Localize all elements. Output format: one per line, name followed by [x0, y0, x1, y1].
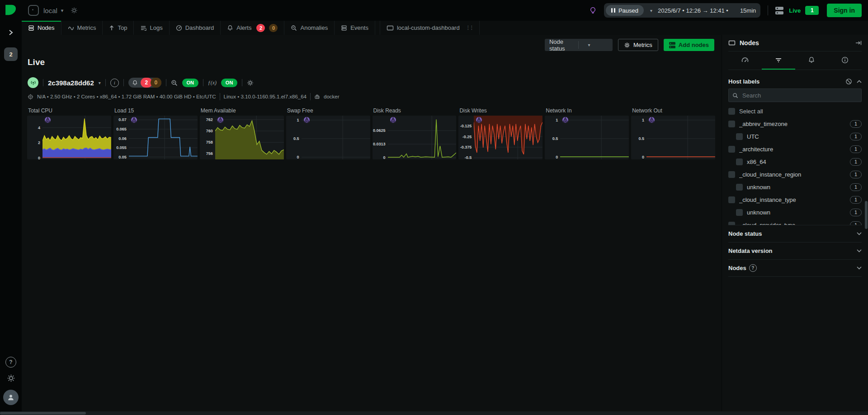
anomaly-rate-icon[interactable]	[649, 117, 655, 123]
anomaly-rate-icon[interactable]	[304, 117, 310, 123]
filter-row[interactable]: _cloud_instance_region1	[728, 168, 862, 181]
panel-tab-alerts[interactable]	[795, 51, 829, 70]
space-name[interactable]: local	[43, 7, 57, 14]
checkbox[interactable]	[728, 146, 735, 153]
checkbox[interactable]	[736, 184, 743, 191]
node-status-select[interactable]: Node status ▾	[545, 39, 613, 51]
tab-dashboard[interactable]: Dashboard	[170, 21, 221, 35]
checkbox[interactable]	[728, 108, 735, 115]
user-avatar[interactable]	[3, 390, 19, 405]
chart-plot[interactable]	[474, 116, 542, 159]
chart-plot[interactable]	[560, 116, 629, 159]
tab-metrics[interactable]: Metrics	[61, 21, 103, 35]
checkbox[interactable]	[728, 196, 735, 203]
select-all-row[interactable]: Select all	[728, 105, 862, 117]
chart-plot[interactable]	[388, 116, 457, 159]
anomaly-rate-icon[interactable]	[45, 117, 51, 123]
chart-swap-free[interactable]: 00.51	[286, 116, 370, 159]
horizontal-scrollbar-thumb[interactable]	[0, 412, 86, 415]
panel-scrollbar[interactable]	[865, 201, 868, 229]
panel-tab-filters[interactable]	[762, 51, 795, 70]
checkbox[interactable]	[736, 209, 743, 216]
time-picker[interactable]: Paused ▾ 2025/6/7 • 12:26 → 12:41 • 15mi…	[604, 3, 760, 18]
divider	[203, 79, 203, 86]
expand-sidebar-button[interactable]	[8, 29, 14, 36]
anomaly-rate-icon[interactable]	[476, 117, 482, 123]
chevron-down-icon[interactable]: ▾	[650, 8, 652, 13]
panel-tab-info[interactable]	[828, 51, 862, 70]
section-netdata-version[interactable]: Netdata version	[728, 242, 862, 260]
tab-events[interactable]: Events	[335, 21, 375, 35]
grip-icon[interactable]: ⋮⋮	[466, 25, 473, 31]
pause-button[interactable]: Paused	[606, 5, 644, 16]
insights-lightbulb-icon[interactable]	[589, 7, 597, 14]
filter-row[interactable]: UTC1	[728, 130, 862, 143]
node-info-icon[interactable]: i	[110, 79, 119, 87]
checkbox[interactable]	[728, 171, 735, 178]
filter-row[interactable]: x86_641	[728, 155, 862, 168]
anomaly-rate-icon[interactable]	[217, 117, 223, 123]
chart-network-out[interactable]: 00.51	[631, 116, 715, 159]
sign-in-button[interactable]: Sign in	[827, 4, 862, 17]
chart-plot[interactable]	[215, 116, 284, 159]
chart-total-cpu[interactable]: 024	[27, 116, 111, 159]
chart-load-15[interactable]: 0.050.0550.060.0650.07	[113, 116, 198, 159]
chart-disk-writes[interactable]: -0.125-0.25-0.375-0.5	[458, 116, 542, 159]
live-count-badge[interactable]: 1	[805, 6, 819, 15]
tab-alerts[interactable]: Alerts 2 0	[221, 21, 284, 35]
functions-toggle[interactable]: ON	[221, 79, 237, 87]
checkbox[interactable]	[736, 159, 743, 165]
dashboard-icon	[176, 25, 182, 31]
chart-disk-reads[interactable]: 00.03130.0625	[373, 116, 457, 159]
section-nodes[interactable]: Nodes?	[728, 260, 862, 277]
anomaly-rate-icon[interactable]	[562, 117, 568, 123]
tab-top[interactable]: Top	[103, 21, 134, 35]
anomaly-rate-icon[interactable]	[390, 117, 396, 123]
host-labels-header[interactable]: Host labels	[728, 76, 862, 87]
node-alerts-chip[interactable]: 2 0	[128, 78, 161, 88]
space-settings-button[interactable]	[71, 7, 78, 14]
filter-row[interactable]: _cloud_provider_type1	[728, 219, 862, 225]
duration-label[interactable]: 15min	[740, 7, 756, 14]
collapse-panel-icon[interactable]	[855, 40, 862, 46]
chevron-down-icon[interactable]: ▾	[99, 80, 101, 85]
node-name[interactable]: 2c398a28dd62	[48, 79, 94, 87]
tab-custom-dashboard[interactable]: local-custom-dashboard ⋮⋮	[380, 21, 480, 35]
chart-plot[interactable]	[646, 116, 715, 159]
settings-button[interactable]	[7, 374, 15, 382]
filter-row[interactable]: _abbrev_timezone1	[728, 117, 862, 130]
space-badge[interactable]: 2	[4, 47, 18, 61]
filter-row[interactable]: _architecture1	[728, 143, 862, 155]
chevron-up-icon[interactable]	[857, 80, 862, 83]
chart-plot[interactable]	[302, 116, 370, 159]
chart-title: Total CPU	[28, 107, 111, 114]
metrics-button[interactable]: Metrics	[618, 39, 658, 51]
help-button[interactable]: ?	[5, 357, 16, 368]
chart-plot[interactable]	[42, 116, 111, 159]
ml-toggle[interactable]: ON	[182, 79, 198, 87]
tab-anomalies[interactable]: Anomalies	[284, 21, 335, 35]
filter-row[interactable]: unknown1	[728, 181, 862, 193]
tab-nodes[interactable]: Nodes	[22, 21, 61, 35]
chevron-down-icon[interactable]: ▾	[61, 8, 64, 14]
question-icon[interactable]: ?	[749, 264, 757, 272]
panel-tab-nodes[interactable]	[728, 51, 762, 70]
checkbox[interactable]	[728, 222, 735, 226]
tab-logs[interactable]: Logs	[134, 21, 169, 35]
search-input[interactable]	[741, 92, 858, 99]
axis-tick-label: 0.065	[116, 127, 127, 131]
filter-row[interactable]: _cloud_instance_type1	[728, 193, 862, 206]
bell-icon	[132, 80, 138, 86]
node-settings-gear-icon[interactable]	[247, 79, 254, 86]
chart-plot[interactable]	[129, 116, 198, 159]
chart-network-in[interactable]: 00.51	[545, 116, 629, 159]
checkbox[interactable]	[728, 121, 735, 127]
checkbox[interactable]	[736, 133, 743, 140]
ban-icon[interactable]	[845, 78, 852, 85]
anomaly-rate-icon[interactable]	[131, 117, 137, 123]
filter-row[interactable]: unknown1	[728, 206, 862, 219]
chart-mem-available[interactable]: 756758760762	[200, 116, 284, 159]
date-range[interactable]: 2025/6/7 • 12:26 → 12:41 •	[658, 7, 728, 14]
add-nodes-button[interactable]: Add nodes	[664, 39, 714, 51]
section-node-status[interactable]: Node status	[728, 225, 862, 242]
